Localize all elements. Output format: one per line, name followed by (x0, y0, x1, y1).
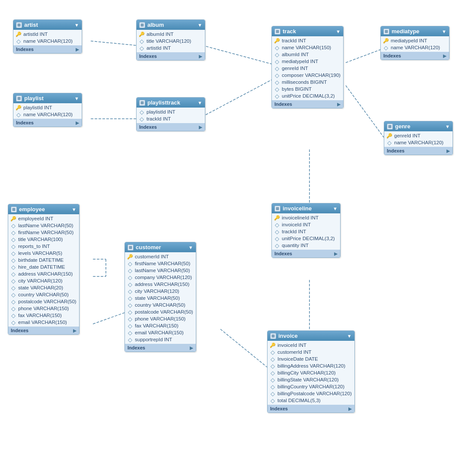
table-row[interactable]: ◇artistId INT (137, 44, 205, 51)
table-row[interactable]: ◇lastName VARCHAR(50) (125, 267, 196, 274)
table-row[interactable]: ◇name VARCHAR(120) (384, 139, 453, 146)
table-row[interactable]: ◇title VARCHAR(100) (8, 236, 79, 243)
table-row[interactable]: ◇phone VARCHAR(150) (8, 305, 79, 312)
table-row[interactable]: ◇firstName VARCHAR(50) (125, 260, 196, 267)
table-row[interactable]: ◇billingAddress VARCHAR(120) (268, 362, 354, 369)
table-row[interactable]: ◇state VARCHAR(20) (8, 284, 79, 291)
table-row[interactable]: ◇unitPrice DECIMAL(3,2) (272, 92, 343, 99)
field-label: lastName VARCHAR(50) (135, 268, 190, 273)
table-row[interactable]: ◇lastName VARCHAR(50) (8, 222, 79, 229)
table-row[interactable]: ◇reports_to INT (8, 243, 79, 250)
table-row[interactable]: ◇email VARCHAR(150) (8, 319, 79, 326)
table-row[interactable]: ◇birthdate DATETIME (8, 257, 79, 263)
table-collapse-icon[interactable]: ▼ (188, 245, 193, 250)
table-indexes-genre[interactable]: Indexes▶ (384, 147, 453, 155)
table-collapse-icon[interactable]: ▼ (72, 207, 76, 212)
table-row[interactable]: ◇billingState VARCHAR(120) (268, 376, 354, 383)
table-row[interactable]: ◇InvoiceDate DATE (268, 355, 354, 362)
table-indexes-invoiceline[interactable]: Indexes▶ (272, 250, 340, 257)
table-row[interactable]: ◇genreId INT (272, 65, 343, 72)
table-row[interactable]: ◇invoiceId INT (272, 221, 340, 228)
table-row[interactable]: ◇country VARCHAR(50) (125, 301, 196, 308)
table-row[interactable]: ◇playlistId INT (137, 108, 205, 115)
table-header-track[interactable]: ⊞track▼ (272, 26, 343, 36)
table-indexes-mediatype[interactable]: Indexes▶ (381, 52, 449, 60)
table-row[interactable]: ◇billingCountry VARCHAR(120) (268, 383, 354, 390)
table-indexes-playlist[interactable]: Indexes▶ (13, 119, 82, 127)
table-row[interactable]: ◇name VARCHAR(120) (13, 111, 82, 118)
table-row[interactable]: 🔑genreId INT (384, 132, 453, 139)
table-collapse-icon[interactable]: ▼ (74, 22, 79, 28)
table-row[interactable]: 🔑invoiceId INT (268, 342, 354, 349)
table-row[interactable]: ◇hire_date DATETIME (8, 263, 79, 270)
table-header-invoice[interactable]: ⊞invoice▼ (268, 331, 354, 341)
table-row[interactable]: ◇postalcode VARCHAR(50) (125, 308, 196, 315)
table-header-album[interactable]: ⊞album▼ (137, 20, 205, 30)
table-row[interactable]: 🔑playlistId INT (13, 104, 82, 111)
table-row[interactable]: 🔑trackId INT (272, 37, 343, 44)
table-header-employee[interactable]: ⊞employee▼ (8, 204, 79, 214)
table-row[interactable]: ◇address VARCHAR(150) (8, 270, 79, 277)
table-row[interactable]: ◇milliseconds BIGINT (272, 79, 343, 86)
table-indexes-artist[interactable]: Indexes▶ (13, 45, 82, 53)
field-label: birthdate DATETIME (18, 257, 64, 263)
table-row[interactable]: ◇city VARCHAR(120) (125, 288, 196, 295)
table-row[interactable]: ◇composer VARCHAR(190) (272, 72, 343, 79)
table-row[interactable]: 🔑invoicelineId INT (272, 214, 340, 221)
table-row[interactable]: ◇email VARCHAR(150) (125, 329, 196, 336)
table-indexes-invoice[interactable]: Indexes▶ (268, 405, 354, 413)
table-row[interactable]: ◇name VARCHAR(120) (13, 38, 82, 44)
table-indexes-employee[interactable]: Indexes▶ (8, 327, 79, 334)
table-header-mediatype[interactable]: ⊞mediatype▼ (381, 26, 449, 36)
table-header-artist[interactable]: ⊞artist▼ (13, 20, 82, 30)
table-header-invoiceline[interactable]: ⊞invoiceline▼ (272, 203, 340, 213)
table-collapse-icon[interactable]: ▼ (445, 124, 450, 129)
table-row[interactable]: 🔑customerId INT (125, 253, 196, 260)
table-indexes-playlisttrack[interactable]: Indexes▶ (137, 123, 205, 131)
table-header-customer[interactable]: ⊞customer▼ (125, 242, 196, 252)
table-row[interactable]: ◇firstName VARCHAR(50) (8, 229, 79, 236)
table-row[interactable]: ◇fax VARCHAR(150) (8, 312, 79, 319)
table-collapse-icon[interactable]: ▼ (333, 206, 338, 211)
table-row[interactable]: ◇phone VARCHAR(150) (125, 315, 196, 322)
table-indexes-customer[interactable]: Indexes▶ (125, 344, 196, 352)
table-collapse-icon[interactable]: ▼ (74, 96, 79, 101)
table-row[interactable]: ◇customerId INT (268, 349, 354, 355)
table-row[interactable]: ◇name VARCHAR(150) (272, 44, 343, 51)
table-header-playlist[interactable]: ⊞playlist▼ (13, 93, 82, 103)
table-row[interactable]: ◇title VARCHAR(120) (137, 38, 205, 44)
table-collapse-icon[interactable]: ▼ (198, 22, 202, 28)
table-row[interactable]: ◇levels VARCHAR(5) (8, 250, 79, 257)
table-row[interactable]: ◇billingCity VARCHAR(120) (268, 369, 354, 376)
table-collapse-icon[interactable]: ▼ (347, 333, 352, 339)
table-row[interactable]: ◇address VARCHAR(150) (125, 281, 196, 288)
table-header-genre[interactable]: ⊞genre▼ (384, 121, 453, 131)
table-row[interactable]: ◇trackId INT (137, 115, 205, 122)
table-collapse-icon[interactable]: ▼ (336, 29, 341, 34)
table-row[interactable]: 🔑employeeId INT (8, 215, 79, 222)
table-row[interactable]: ◇country VARCHAR(50) (8, 291, 79, 298)
table-row[interactable]: ◇unitPrice DECIMAL(3,2) (272, 235, 340, 242)
table-row[interactable]: ◇trackId INT (272, 228, 340, 235)
table-row[interactable]: 🔑albumId INT (137, 31, 205, 38)
table-row[interactable]: ◇bytes BIGINT (272, 86, 343, 92)
table-indexes-track[interactable]: Indexes▶ (272, 100, 343, 108)
table-row[interactable]: ◇albumId INT (272, 51, 343, 58)
table-row[interactable]: ◇mediatypeId INT (272, 58, 343, 65)
table-row[interactable]: 🔑mediatypeId INT (381, 37, 449, 44)
table-row[interactable]: ◇city VARCHAR(120) (8, 277, 79, 284)
table-row[interactable]: 🔑artistId INT (13, 31, 82, 38)
table-row[interactable]: ◇total DECIMAL(5,3) (268, 397, 354, 404)
table-row[interactable]: ◇name VARCHAR(120) (381, 44, 449, 51)
table-header-playlisttrack[interactable]: ⊞playlisttrack▼ (137, 98, 205, 108)
table-collapse-icon[interactable]: ▼ (198, 100, 202, 105)
table-row[interactable]: ◇billingPostalcode VARCHAR(120) (268, 390, 354, 397)
table-row[interactable]: ◇supportrepId INT (125, 336, 196, 343)
table-row[interactable]: ◇fax VARCHAR(150) (125, 322, 196, 329)
table-row[interactable]: ◇state VARCHAR(50) (125, 295, 196, 301)
table-row[interactable]: ◇postalcode VARCHAR(50) (8, 298, 79, 305)
table-row[interactable]: ◇quantity INT (272, 242, 340, 249)
table-row[interactable]: ◇company VARCHAR(120) (125, 274, 196, 281)
table-indexes-album[interactable]: Indexes▶ (137, 52, 205, 60)
table-collapse-icon[interactable]: ▼ (442, 29, 446, 34)
